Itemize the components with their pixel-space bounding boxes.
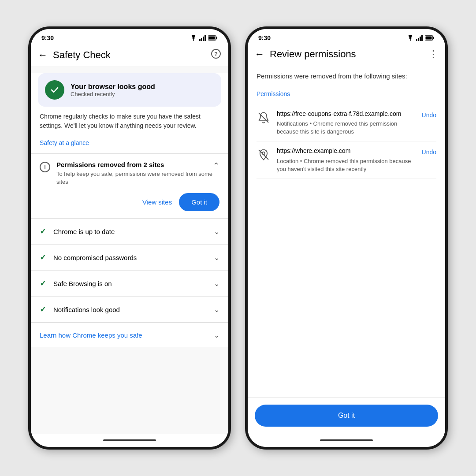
perm-details-1: https://free-coupons-extra-f.78d.example… — [277, 110, 416, 136]
review-content: Permissions were removed from the follow… — [248, 64, 445, 397]
permissions-left: i Permissions removed from 2 sites To he… — [40, 161, 213, 186]
status-icons-right — [406, 35, 435, 41]
learn-link-row[interactable]: Learn how Chrome keeps you safe ⌄ — [31, 323, 228, 347]
svg-rect-10 — [418, 38, 419, 41]
permissions-header: i Permissions removed from 2 sites To he… — [40, 161, 219, 186]
chevron-down-icon-2[interactable]: ⌄ — [214, 253, 219, 262]
check-item-label-4: Notifications look good — [53, 306, 207, 313]
bottom-got-it-area: Got it — [248, 397, 445, 434]
battery-icon — [208, 35, 218, 41]
undo-button-1[interactable]: Undo — [422, 110, 436, 119]
view-sites-button[interactable]: View sites — [142, 198, 172, 206]
undo-button-2[interactable]: Undo — [422, 147, 436, 156]
home-bar-left — [103, 439, 156, 441]
battery-icon-right — [425, 35, 435, 41]
phone-right: 9:30 — [245, 26, 448, 450]
svg-rect-12 — [421, 35, 423, 41]
perm-url-2: https://where.example.com — [277, 147, 416, 156]
signal-icon — [199, 35, 206, 41]
svg-rect-9 — [416, 39, 417, 41]
perm-details-2: https://where.example.com Location • Chr… — [277, 147, 416, 173]
back-button-right[interactable]: ← — [255, 48, 264, 60]
check-item-label-3: Safe Browsing is on — [53, 280, 207, 287]
permissions-title: Permissions removed from 2 sites — [56, 161, 213, 168]
more-menu-icon[interactable]: ⋮ — [428, 48, 438, 60]
svg-text:?: ? — [214, 51, 218, 57]
status-time-left: 9:30 — [41, 34, 54, 41]
check-item-passwords[interactable]: ✓ No compromised passwords ⌄ — [31, 244, 228, 270]
permission-item-1: https://free-coupons-extra-f.78d.example… — [257, 104, 436, 142]
location-off-icon — [257, 148, 271, 162]
home-indicator-left — [31, 434, 228, 447]
wifi-icon-right — [406, 35, 414, 41]
home-indicator-right — [248, 434, 445, 447]
chevron-down-icon-4[interactable]: ⌄ — [214, 305, 219, 314]
svg-rect-2 — [203, 37, 204, 41]
status-time-right: 9:30 — [258, 34, 271, 41]
check-item-label-1: Chrome is up to date — [53, 228, 207, 235]
checkmark-icon-3: ✓ — [40, 279, 46, 288]
page-title-left: Safety Check — [53, 49, 211, 61]
check-item-label-2: No compromised passwords — [53, 254, 207, 261]
check-item-notifications[interactable]: ✓ Notifications look good ⌄ — [31, 296, 228, 322]
content-left: Your browser looks good Checked recently… — [31, 66, 228, 434]
bell-off-icon — [257, 111, 271, 125]
svg-rect-5 — [216, 37, 218, 39]
safety-glance-link[interactable]: Safety at a glance — [31, 136, 228, 153]
learn-link[interactable]: Learn how Chrome keeps you safe — [40, 331, 142, 339]
permissions-section-label: Permissions — [257, 90, 436, 97]
check-item-safe-browsing[interactable]: ✓ Safe Browsing is on ⌄ — [31, 270, 228, 296]
check-item-update[interactable]: ✓ Chrome is up to date ⌄ — [31, 219, 228, 244]
permission-item-2: https://where.example.com Location • Chr… — [257, 141, 436, 179]
hero-title: Your browser looks good — [71, 83, 155, 91]
checkmark-icon-4: ✓ — [40, 305, 46, 314]
review-intro: Permissions were removed from the follow… — [257, 71, 436, 82]
page-title-right: Review permissions — [270, 48, 428, 60]
home-bar-right — [320, 439, 373, 441]
status-icons-left — [190, 35, 218, 41]
wifi-icon — [190, 35, 197, 41]
perm-desc-1: Notifications • Chrome removed this perm… — [277, 120, 416, 136]
info-icon: i — [40, 162, 50, 172]
signal-icon-right — [416, 35, 423, 41]
checkmark-icon-1: ✓ — [40, 227, 46, 236]
perm-url-1: https://free-coupons-extra-f.78d.example… — [277, 110, 416, 119]
hero-text: Your browser looks good Checked recently — [71, 83, 155, 97]
svg-rect-15 — [426, 37, 432, 40]
status-bar-left: 9:30 — [31, 29, 228, 44]
green-check-icon — [45, 80, 64, 100]
permissions-text: Permissions removed from 2 sites To help… — [56, 161, 213, 186]
svg-rect-14 — [433, 37, 435, 39]
hero-card: Your browser looks good Checked recently — [38, 73, 221, 107]
chevron-down-icon-3[interactable]: ⌄ — [214, 279, 219, 288]
got-it-button-left[interactable]: Got it — [179, 193, 219, 211]
top-nav-right: ← Review permissions ⋮ — [248, 44, 445, 64]
check-items-list: ✓ Chrome is up to date ⌄ ✓ No compromise… — [31, 219, 228, 322]
help-icon-left[interactable]: ? — [211, 48, 221, 62]
phone-left: 9:30 — [28, 26, 231, 450]
chevron-down-icon-1[interactable]: ⌄ — [214, 227, 219, 236]
permissions-card: i Permissions removed from 2 sites To he… — [31, 154, 228, 218]
svg-rect-3 — [205, 35, 206, 41]
perm-desc-2: Location • Chrome removed this permissio… — [277, 157, 416, 173]
description-text: Chrome regularly checks to make sure you… — [31, 112, 228, 136]
checkmark-icon-2: ✓ — [40, 253, 46, 262]
permissions-desc: To help keep you safe, permissions were … — [56, 170, 213, 186]
back-button-left[interactable]: ← — [38, 49, 48, 61]
status-bar-right: 9:30 — [248, 29, 445, 44]
svg-rect-11 — [420, 37, 421, 41]
svg-rect-6 — [209, 37, 215, 40]
chevron-up-icon[interactable]: ⌃ — [213, 161, 219, 171]
phones-container: 9:30 — [28, 26, 448, 450]
top-nav-left: ← Safety Check ? — [31, 44, 228, 66]
svg-rect-1 — [201, 38, 202, 41]
chevron-down-icon-learn[interactable]: ⌄ — [214, 331, 219, 339]
permissions-actions: View sites Got it — [40, 193, 219, 211]
bottom-got-it-button[interactable]: Got it — [255, 405, 438, 427]
hero-subtitle: Checked recently — [71, 91, 155, 97]
svg-rect-0 — [199, 39, 201, 41]
